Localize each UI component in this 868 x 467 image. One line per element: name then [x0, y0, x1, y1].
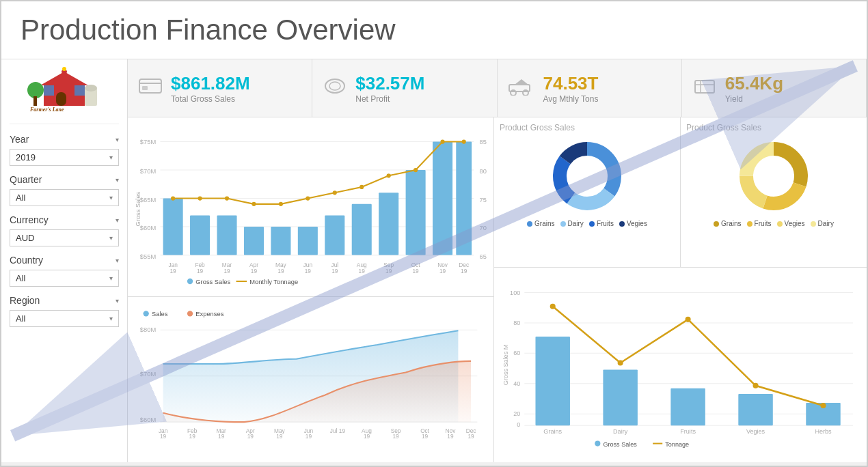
svg-rect-51	[352, 204, 372, 255]
svg-point-57	[198, 196, 202, 200]
svg-text:100: 100	[510, 289, 520, 296]
svg-text:$60M: $60M	[140, 225, 156, 231]
svg-text:75: 75	[480, 197, 487, 203]
kpi-yield-text: 65.4Kg Yield	[725, 73, 783, 104]
region-chevron-icon: ▾	[109, 315, 113, 322]
kpi-net-profit-label: Net Profit	[355, 94, 424, 104]
svg-point-60	[279, 202, 283, 206]
country-expand-icon[interactable]: ▾	[116, 257, 119, 264]
kpi-row: $861.82M Total Gross Sales $32.57M Net P…	[128, 59, 867, 117]
region-label: Region ▾	[10, 292, 119, 309]
svg-point-19	[325, 79, 344, 93]
svg-text:$60M: $60M	[140, 416, 156, 423]
svg-rect-18	[142, 86, 148, 90]
svg-text:19: 19	[385, 268, 392, 274]
svg-rect-155	[670, 388, 705, 426]
farm-logo: Farmer's Lane Fresh Fruits & Veggies	[23, 66, 105, 114]
area-chart-svg: Sales Expenses $80M $70M $60M	[133, 302, 488, 457]
svg-text:$65M: $65M	[140, 197, 156, 203]
page-title: Production Finance Overview	[21, 14, 847, 46]
svg-point-92	[187, 279, 193, 284]
svg-point-10	[27, 82, 44, 98]
currency-expand-icon[interactable]: ▾	[116, 216, 119, 224]
vegies-dot	[619, 221, 625, 227]
fruits-r-dot	[747, 221, 752, 227]
svg-point-134	[568, 157, 606, 195]
svg-point-160	[686, 317, 691, 322]
donut-left-svg	[546, 135, 628, 217]
legend-vegies: Vegies	[619, 220, 647, 227]
svg-point-96	[144, 311, 149, 316]
svg-text:Herbs: Herbs	[815, 428, 832, 435]
bar-chart-box: $75M $70M $65M $60M $55M Gross Sales 85 …	[128, 117, 493, 297]
country-label: Country ▾	[10, 252, 119, 268]
svg-rect-48	[271, 227, 290, 255]
svg-text:Gross Sales: Gross Sales	[195, 279, 230, 285]
grains-r-dot	[714, 221, 719, 227]
quarter-select[interactable]: All ▾	[10, 189, 119, 206]
region-expand-icon[interactable]: ▾	[116, 297, 119, 305]
year-select[interactable]: 2019 ▾	[10, 149, 119, 166]
svg-point-64	[387, 173, 391, 178]
legend-vegies-r: Vegies	[777, 220, 805, 227]
dashboard: Production Finance Overview	[0, 0, 868, 467]
svg-text:19: 19	[447, 433, 454, 440]
svg-rect-46	[217, 215, 236, 255]
svg-rect-45	[190, 215, 210, 255]
svg-rect-44	[163, 199, 183, 255]
svg-text:19: 19	[422, 433, 429, 440]
region-select[interactable]: All ▾	[10, 310, 119, 327]
kpi-avg-tons-text: 74.53T Avg Mthly Tons	[543, 73, 599, 104]
year-expand-icon[interactable]: ▾	[116, 136, 119, 143]
kpi-net-profit-value: $32.57M	[355, 73, 424, 94]
svg-point-61	[306, 196, 310, 200]
svg-text:Sales: Sales	[152, 311, 168, 318]
svg-text:$80M: $80M	[140, 327, 156, 334]
svg-text:$70M: $70M	[140, 168, 156, 175]
svg-rect-7	[74, 85, 85, 96]
svg-text:19: 19	[331, 268, 338, 274]
svg-point-9	[85, 85, 97, 91]
svg-text:Tonnage: Tonnage	[665, 441, 689, 448]
svg-point-98	[187, 311, 193, 316]
dairy-dot	[560, 221, 566, 227]
svg-point-56	[171, 196, 175, 200]
svg-point-58	[225, 196, 229, 200]
svg-point-161	[753, 383, 759, 388]
svg-rect-153	[535, 337, 569, 425]
svg-text:Jul 19: Jul 19	[330, 427, 346, 434]
svg-text:19: 19	[439, 268, 446, 274]
svg-rect-5	[56, 92, 66, 106]
title-bar: Production Finance Overview	[1, 1, 867, 59]
donut-left-title: Product Gross Sales	[500, 123, 575, 132]
kpi-gross-sales-value: $861.82M	[171, 73, 250, 94]
svg-text:Monthly Tonnage: Monthly Tonnage	[249, 279, 298, 285]
sidebar: Farmer's Lane Fresh Fruits & Veggies Yea…	[1, 59, 128, 462]
kpi-yield-label: Yield	[725, 94, 783, 104]
svg-rect-53	[406, 170, 426, 255]
svg-text:19: 19	[218, 433, 225, 440]
svg-text:19: 19	[467, 433, 474, 440]
gross-sales-icon	[138, 76, 163, 100]
svg-text:$70M: $70M	[140, 371, 156, 378]
svg-text:19: 19	[277, 268, 284, 274]
legend-fruits: Fruits	[589, 220, 614, 227]
svg-text:Vegies: Vegies	[746, 428, 765, 435]
svg-text:$75M: $75M	[140, 139, 156, 145]
country-select[interactable]: All ▾	[10, 270, 119, 287]
svg-text:19: 19	[189, 433, 196, 440]
svg-point-63	[360, 185, 364, 189]
kpi-net-profit: $32.57M Net Profit	[312, 59, 497, 117]
donut-right-box: Product Gross Sales	[681, 117, 867, 267]
svg-rect-49	[298, 227, 318, 255]
kpi-avg-tons-value: 74.53T	[543, 73, 599, 94]
content-area: $861.82M Total Gross Sales $32.57M Net P…	[128, 59, 867, 462]
quarter-expand-icon[interactable]: ▾	[116, 176, 119, 184]
currency-chevron-icon: ▾	[109, 234, 113, 242]
svg-text:85: 85	[480, 139, 487, 145]
svg-text:19: 19	[251, 268, 258, 274]
currency-select[interactable]: AUD ▾	[10, 229, 119, 246]
legend-grains: Grains	[527, 220, 554, 227]
dairy-r-dot	[811, 221, 816, 227]
avg-tons-icon	[508, 76, 535, 100]
